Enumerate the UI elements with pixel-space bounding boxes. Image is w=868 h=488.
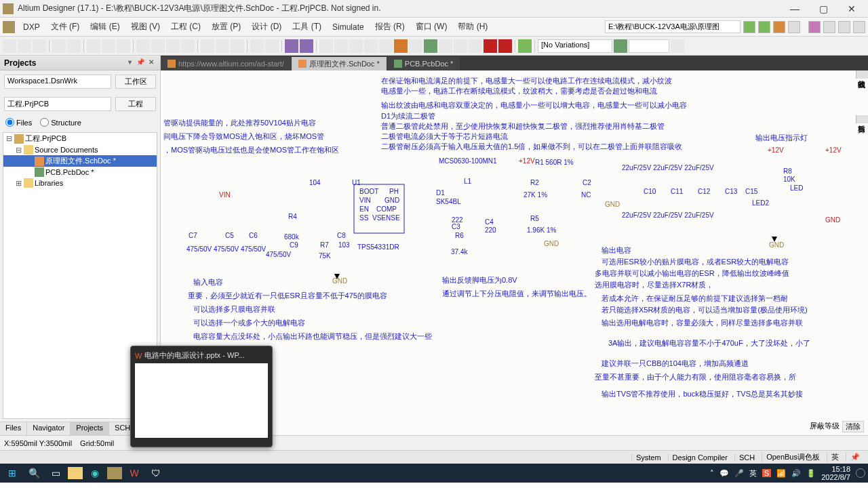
maximize-button[interactable]: ▢: [810, 1, 837, 16]
sheet-icon[interactable]: [424, 39, 437, 53]
tool-icon-4[interactable]: [838, 21, 850, 33]
tab-sch[interactable]: 原理图文件.SchDoc *: [292, 57, 387, 70]
btab-files[interactable]: Files: [0, 422, 27, 435]
tray-battery-icon[interactable]: 🔋: [806, 469, 816, 478]
zoom-fit-icon[interactable]: [87, 39, 100, 53]
shield-icon[interactable]: 🛡: [146, 465, 165, 481]
paste-icon[interactable]: [166, 39, 180, 53]
tree-source[interactable]: Source Documents: [35, 146, 98, 154]
nav-fwd-icon[interactable]: [758, 21, 770, 33]
taskview-icon[interactable]: ▭: [46, 465, 65, 481]
tray-notif-icon[interactable]: [856, 468, 865, 478]
noerc2-icon[interactable]: [498, 39, 512, 53]
menu-project[interactable]: 工程 (C): [167, 20, 205, 34]
sheetentry-icon[interactable]: [439, 39, 452, 53]
status-ime[interactable]: 英: [827, 452, 843, 462]
edge-icon[interactable]: ◉: [85, 465, 104, 481]
workspace-combo[interactable]: Workspace1.DsnWrk: [4, 75, 111, 89]
minimize-button[interactable]: —: [781, 1, 808, 16]
part-icon[interactable]: [409, 39, 422, 53]
menu-tools[interactable]: 工具 (T): [288, 20, 326, 34]
print-icon[interactable]: [52, 39, 66, 53]
btab-nav[interactable]: Navigator: [27, 422, 71, 435]
preview-icon[interactable]: [67, 39, 81, 53]
port-icon[interactable]: [469, 39, 482, 53]
save-icon[interactable]: [33, 39, 46, 53]
rubber-icon[interactable]: [181, 39, 195, 53]
menu-simulate[interactable]: Simulate: [328, 21, 368, 33]
menu-help[interactable]: 帮助 (H): [454, 20, 492, 34]
busbranch-icon[interactable]: [349, 39, 363, 53]
tool-icon-5[interactable]: [853, 21, 865, 33]
device-icon[interactable]: [454, 39, 467, 53]
tree-project[interactable]: 工程.PrjPCB: [25, 134, 66, 144]
explorer-icon[interactable]: [68, 467, 83, 479]
dxp-icon[interactable]: [3, 21, 15, 33]
status-sch[interactable]: SCH: [734, 453, 759, 462]
menu-dxp[interactable]: DXP: [19, 21, 44, 33]
power-icon[interactable]: [394, 39, 408, 53]
redo-icon[interactable]: [265, 39, 279, 53]
tray-ime[interactable]: 英: [749, 468, 757, 479]
project-combo[interactable]: 工程.PrjPCB: [4, 97, 111, 111]
tab-pcb[interactable]: PCB.PcbDoc *: [387, 57, 460, 70]
menu-view[interactable]: 视图 (V): [127, 20, 164, 34]
tray-mic-icon[interactable]: 🎤: [734, 469, 744, 478]
tree-sch[interactable]: 原理图文件.SchDoc *: [45, 156, 116, 166]
gnd-icon[interactable]: [379, 39, 393, 53]
workspace-button[interactable]: 工作区: [115, 75, 156, 89]
tray-volume-icon[interactable]: 🔊: [791, 469, 801, 478]
status-pin-icon[interactable]: 📌: [846, 453, 864, 462]
tool-icon-2[interactable]: [808, 21, 821, 33]
status-system[interactable]: System: [631, 453, 665, 462]
sidetab-clip[interactable]: 剪贴板: [856, 115, 868, 123]
netname-icon[interactable]: [364, 39, 378, 53]
tool-icon[interactable]: [788, 21, 800, 33]
nav-back-icon[interactable]: [743, 21, 755, 33]
hier-up-icon[interactable]: [285, 39, 298, 53]
wps-task-icon[interactable]: W: [125, 465, 144, 481]
mask-label[interactable]: 屏蔽等级: [810, 421, 840, 432]
path-box[interactable]: E:\教程\BUCK-12V3A电源\原理图: [605, 20, 741, 33]
undo-icon[interactable]: [250, 39, 264, 53]
status-dc[interactable]: Design Compiler: [668, 453, 732, 462]
taskbar-thumbnail[interactable]: W电路中的电源设计.pptx - WP...: [130, 346, 273, 447]
cut-icon[interactable]: [136, 39, 150, 53]
board-icon[interactable]: [614, 39, 627, 53]
noerc-icon[interactable]: [484, 39, 497, 53]
tray-date[interactable]: 2022/8/7: [821, 473, 850, 481]
tab-home[interactable]: https://www.altium.com/ad-start/: [161, 57, 291, 70]
project-button[interactable]: 工程: [115, 97, 156, 111]
tree-libs[interactable]: Libraries: [35, 179, 63, 187]
menu-place[interactable]: 放置 (P): [208, 20, 245, 34]
panel-close-icon[interactable]: ✕: [146, 58, 156, 68]
wire-icon[interactable]: [319, 39, 333, 53]
sidetab-fav[interactable]: 我的收藏: [856, 70, 868, 79]
home-icon[interactable]: [773, 21, 785, 33]
files-radio[interactable]: Files: [5, 118, 32, 127]
move-icon[interactable]: [216, 39, 229, 53]
btab-prj[interactable]: Projects: [71, 422, 109, 435]
menu-design[interactable]: 设计 (D): [248, 20, 285, 34]
select-icon[interactable]: [201, 39, 214, 53]
deselect-icon[interactable]: [231, 39, 244, 53]
menu-edit[interactable]: 编辑 (E): [86, 20, 123, 34]
zoom-area-icon[interactable]: [102, 39, 115, 53]
tray-sogou-icon[interactable]: S: [762, 469, 771, 477]
new-icon[interactable]: [3, 39, 16, 53]
tray-time[interactable]: 15:18: [821, 465, 850, 473]
open-icon[interactable]: [18, 39, 31, 53]
panel-menu-icon[interactable]: ▾: [125, 58, 134, 68]
grid-icon[interactable]: [671, 39, 684, 53]
altium-task-icon[interactable]: [107, 467, 122, 479]
panel-pin-icon[interactable]: 📌: [136, 58, 145, 68]
start-button[interactable]: ⊞: [3, 465, 22, 481]
tray-chevron-icon[interactable]: ˄: [710, 469, 714, 478]
tree-pcb[interactable]: PCB.PcbDoc *: [45, 168, 94, 176]
menu-window[interactable]: 窗口 (W): [412, 20, 452, 34]
zoom-sel-icon[interactable]: [117, 39, 130, 53]
tray-wechat-icon[interactable]: 💬: [719, 469, 729, 478]
empty-combo[interactable]: [629, 39, 669, 53]
status-ob[interactable]: OpenBus调色板: [762, 452, 824, 462]
copy-icon[interactable]: [151, 39, 165, 53]
